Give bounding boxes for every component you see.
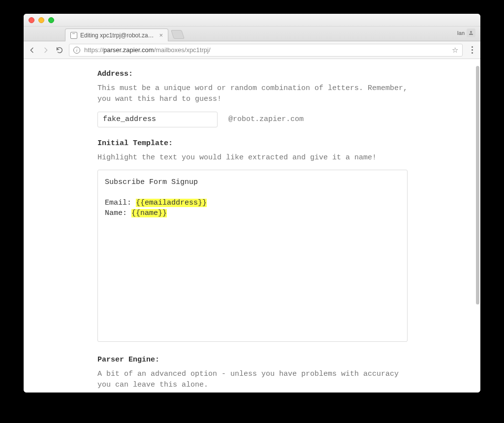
template-help-text: Highlight the text you would like extrac… <box>97 152 416 163</box>
vertical-scrollbar[interactable] <box>476 60 479 392</box>
tab-title: Editing xpc1trpj@robot.zapier… <box>80 32 155 39</box>
address-bar[interactable]: i https://parser.zapier.com/mailboxes/xp… <box>69 44 463 57</box>
template-editor[interactable]: Subscribe Form Signup Email: {{emailaddr… <box>97 170 408 342</box>
engine-label: Parser Engine: <box>97 356 416 364</box>
template-label: Initial Template: <box>97 139 416 148</box>
mac-titlebar <box>24 14 480 27</box>
browser-tab-active[interactable]: Editing xpc1trpj@robot.zapier… × <box>65 29 168 41</box>
tab-strip: Editing xpc1trpj@robot.zapier… × Ian <box>24 27 480 41</box>
profile-chip[interactable]: Ian <box>457 29 475 37</box>
page-viewport: Address: This must be a unique word or r… <box>24 59 480 393</box>
back-button[interactable] <box>28 46 36 55</box>
template-token-email[interactable]: {{emailaddress}} <box>136 199 207 207</box>
fullscreen-window-button[interactable] <box>48 17 54 23</box>
template-token-name[interactable]: {{name}} <box>131 209 167 217</box>
minimize-window-button[interactable] <box>38 17 44 23</box>
address-suffix: @robot.zapier.com <box>228 115 304 123</box>
address-label: Address: <box>97 70 416 78</box>
template-email-prefix: Email: <box>105 199 136 207</box>
browser-menu-button[interactable] <box>468 46 476 54</box>
address-row: @robot.zapier.com <box>97 112 416 127</box>
template-name-prefix: Name: <box>105 209 131 217</box>
close-tab-icon[interactable]: × <box>159 32 163 38</box>
page-favicon-icon <box>70 32 77 39</box>
browser-window: Editing xpc1trpj@robot.zapier… × Ian i h… <box>24 14 480 393</box>
url-text: https://parser.zapier.com/mailboxes/xpc1… <box>84 46 448 54</box>
page-content: Address: This must be a unique word or r… <box>24 59 427 393</box>
site-info-icon[interactable]: i <box>73 47 80 54</box>
window-controls <box>24 17 54 23</box>
address-input[interactable] <box>97 112 218 127</box>
template-line-1: Subscribe Form Signup <box>105 178 198 186</box>
new-tab-button[interactable] <box>171 30 185 39</box>
forward-button[interactable] <box>41 46 50 55</box>
profile-name: Ian <box>457 30 465 36</box>
browser-toolbar: i https://parser.zapier.com/mailboxes/xp… <box>24 41 480 59</box>
profile-avatar-icon <box>467 29 475 37</box>
scroll-thumb[interactable] <box>476 66 479 304</box>
reload-button[interactable] <box>55 46 64 55</box>
address-help-text: This must be a unique word or random com… <box>97 83 416 105</box>
close-window-button[interactable] <box>29 17 34 23</box>
bookmark-star-icon[interactable]: ☆ <box>452 46 458 55</box>
engine-help-text: A bit of an advanced option - unless you… <box>97 369 416 391</box>
